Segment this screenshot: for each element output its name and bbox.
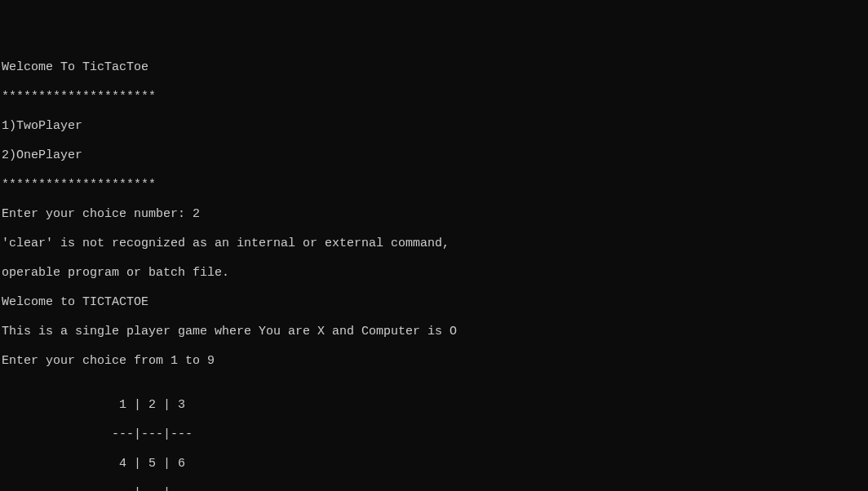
reference-grid-row2: 4 | 5 | 6 xyxy=(2,457,868,471)
error-message-line1: 'clear' is not recognized as an internal… xyxy=(2,237,868,251)
choice-prompt-entered: Enter your choice number: 2 xyxy=(2,207,868,222)
welcome-title: Welcome To TicTacToe xyxy=(2,60,868,75)
game-description: This is a single player game where You a… xyxy=(2,325,868,339)
reference-grid-div1: ---|---|--- xyxy=(2,427,868,442)
menu-option-twoplayer: 1)TwoPlayer xyxy=(2,119,868,134)
separator-stars: ********************* xyxy=(2,90,868,104)
error-message-line2: operable program or batch file. xyxy=(2,266,868,281)
choice-instruction: Enter your choice from 1 to 9 xyxy=(2,354,868,369)
separator-stars: ********************* xyxy=(2,178,868,192)
menu-option-oneplayer: 2)OnePlayer xyxy=(2,148,868,163)
game-welcome: Welcome to TICTACTOE xyxy=(2,295,868,310)
reference-grid-row1: 1 | 2 | 3 xyxy=(2,398,868,413)
reference-grid-div2: ---|---|--- xyxy=(2,486,868,491)
